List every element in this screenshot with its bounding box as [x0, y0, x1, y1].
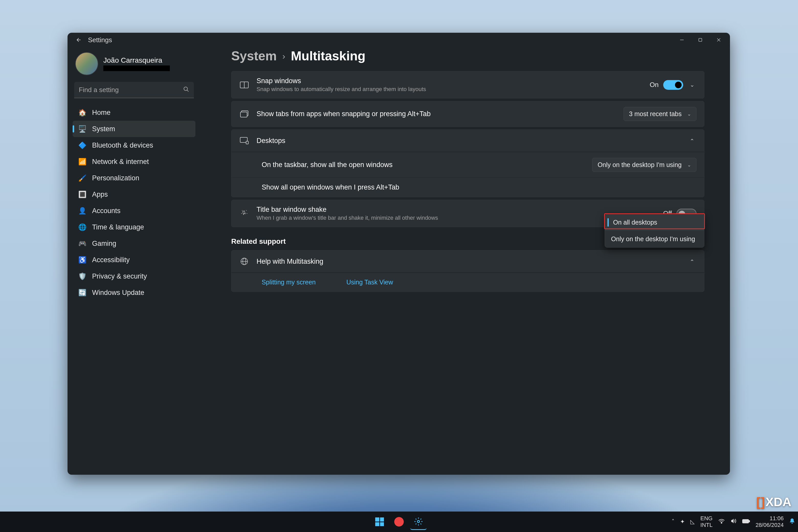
- shake-subtitle: When I grab a window's title bar and sha…: [256, 214, 656, 221]
- chevron-up-icon[interactable]: ⌄: [688, 135, 697, 146]
- nav-icon: ♿: [78, 256, 87, 264]
- start-button[interactable]: [372, 514, 388, 530]
- chevron-up-icon[interactable]: ⌄: [688, 256, 697, 267]
- desktops-alttab-label: Show all open windows when I press Alt+T…: [262, 184, 618, 191]
- nav-icon: 🖥️: [78, 125, 87, 133]
- sidebar-item-personalization[interactable]: 🖌️Personalization: [73, 170, 195, 186]
- nav-icon: 🏠: [78, 109, 87, 117]
- svg-rect-9: [241, 112, 247, 117]
- close-button[interactable]: [709, 34, 728, 46]
- search-input[interactable]: [79, 86, 183, 94]
- sidebar-item-label: Accessibility: [92, 256, 130, 264]
- help-header-row[interactable]: Help with Multitasking ⌄: [231, 250, 704, 272]
- sidebar-item-label: Gaming: [92, 240, 116, 248]
- sidebar-item-network-internet[interactable]: 📶Network & internet: [73, 153, 195, 170]
- chevron-right-icon: ›: [282, 51, 285, 61]
- profile-block[interactable]: João Carrasqueira: [73, 49, 195, 80]
- support-link-split[interactable]: Splitting my screen: [262, 279, 316, 286]
- sidebar-item-label: Network & internet: [92, 158, 149, 166]
- nav-icon: 🔳: [78, 190, 87, 198]
- titlebar: Settings: [68, 33, 730, 47]
- desktops-header-row[interactable]: Desktops ⌄: [231, 130, 704, 152]
- taskbar: ˄ ✦ ◺ ENG INTL 11:06 28/06/2024: [0, 512, 798, 532]
- tray-copilot-icon[interactable]: ✦: [680, 518, 685, 525]
- tray-more-icon[interactable]: ˄: [672, 518, 674, 525]
- notifications-icon[interactable]: [789, 518, 795, 526]
- nav-icon: 🎮: [78, 240, 87, 248]
- sidebar-item-bluetooth-devices[interactable]: 🔷Bluetooth & devices: [73, 137, 195, 153]
- battery-icon[interactable]: [742, 518, 750, 525]
- nav-icon: 📶: [78, 157, 87, 166]
- svg-point-16: [721, 523, 722, 524]
- snap-toggle[interactable]: [663, 80, 683, 90]
- svg-rect-19: [743, 520, 748, 522]
- sidebar-item-system[interactable]: 🖥️System: [73, 121, 195, 137]
- breadcrumb: System › Multitasking: [231, 47, 704, 71]
- svg-point-4: [184, 87, 188, 91]
- nav-icon: 🖌️: [78, 174, 87, 182]
- back-button[interactable]: [73, 34, 85, 46]
- sidebar-item-home[interactable]: 🏠Home: [73, 104, 195, 121]
- shake-title: Title bar window shake: [256, 206, 656, 213]
- svg-rect-11: [246, 141, 248, 144]
- sidebar-item-accessibility[interactable]: ♿Accessibility: [73, 252, 195, 268]
- svg-rect-18: [749, 520, 750, 522]
- search-icon: [183, 86, 189, 93]
- svg-point-15: [417, 520, 420, 522]
- snap-state-label: On: [650, 81, 659, 89]
- sidebar-item-accounts[interactable]: 👤Accounts: [73, 203, 195, 219]
- avatar: [75, 52, 98, 75]
- chevron-down-icon: ⌄: [687, 162, 691, 168]
- snap-windows-row[interactable]: Snap windows Snap windows to automatical…: [231, 71, 704, 98]
- sidebar-item-gaming[interactable]: 🎮Gaming: [73, 235, 195, 252]
- profile-email-redacted: [103, 65, 170, 71]
- main-panel: System › Multitasking Snap windows Snap …: [201, 47, 725, 470]
- sidebar-item-windows-update[interactable]: 🔄Windows Update: [73, 284, 195, 301]
- svg-line-5: [187, 90, 189, 92]
- language-indicator[interactable]: ENG INTL: [700, 515, 712, 529]
- chevron-down-icon[interactable]: ⌄: [688, 79, 697, 90]
- support-link-taskview[interactable]: Using Task View: [346, 279, 393, 286]
- breadcrumb-parent[interactable]: System: [231, 49, 277, 63]
- desktops-icon: [239, 137, 249, 144]
- minimize-button[interactable]: [673, 34, 691, 46]
- snap-layout-icon: [239, 81, 249, 88]
- desktops-taskbar-dropdown[interactable]: Only on the desktop I'm using ⌄: [592, 158, 697, 172]
- taskbar-app-vivaldi[interactable]: [391, 514, 407, 530]
- tabs-title: Show tabs from apps when snapping or pre…: [256, 110, 616, 118]
- desktops-taskbar-label: On the taskbar, show all the open window…: [262, 161, 585, 169]
- sidebar-item-label: Apps: [92, 191, 108, 198]
- sidebar-item-apps[interactable]: 🔳Apps: [73, 186, 195, 203]
- sidebar-item-label: Windows Update: [92, 289, 144, 297]
- desktops-title: Desktops: [256, 137, 681, 145]
- desktops-section: Desktops ⌄ On the taskbar, show all the …: [231, 129, 704, 197]
- globe-icon: [239, 258, 249, 265]
- sidebar-item-label: Personalization: [92, 174, 139, 182]
- alt-tab-tabs-row[interactable]: Show tabs from apps when snapping or pre…: [231, 101, 704, 127]
- clock[interactable]: 11:06 28/06/2024: [756, 515, 784, 529]
- snap-subtitle: Snap windows to automatically resize and…: [256, 86, 643, 93]
- tabs-dropdown[interactable]: 3 most recent tabs ⌄: [624, 107, 697, 121]
- maximize-button[interactable]: [691, 34, 709, 46]
- sidebar-item-label: Home: [92, 109, 111, 117]
- tabs-icon: [239, 111, 249, 118]
- sidebar-item-privacy-security[interactable]: 🛡️Privacy & security: [73, 268, 195, 284]
- sidebar-item-time-language[interactable]: 🌐Time & language: [73, 219, 195, 235]
- dropdown-option-all-desktops[interactable]: On all desktops: [605, 214, 704, 231]
- settings-window: Settings João Carrasqueira: [68, 33, 730, 475]
- tray-location-icon[interactable]: ◺: [690, 518, 695, 525]
- desktops-taskbar-row: On the taskbar, show all the open window…: [231, 152, 704, 177]
- volume-icon[interactable]: [730, 518, 737, 525]
- nav-icon: 🛡️: [78, 272, 87, 280]
- search-box[interactable]: [74, 82, 194, 98]
- desktops-alttab-row: Show all open windows when I press Alt+T…: [231, 177, 704, 197]
- taskbar-app-settings[interactable]: [410, 514, 426, 530]
- snap-title: Snap windows: [256, 77, 643, 85]
- dropdown-option-current-desktop[interactable]: Only on the desktop I'm using: [605, 231, 704, 247]
- wifi-icon[interactable]: [718, 518, 725, 525]
- help-section: Help with Multitasking ⌄ Splitting my sc…: [231, 250, 704, 292]
- breadcrumb-current: Multitasking: [291, 49, 365, 63]
- nav-icon: 🔷: [78, 141, 87, 149]
- xda-watermark: [ ] XDA: [756, 495, 791, 509]
- help-title: Help with Multitasking: [256, 258, 681, 265]
